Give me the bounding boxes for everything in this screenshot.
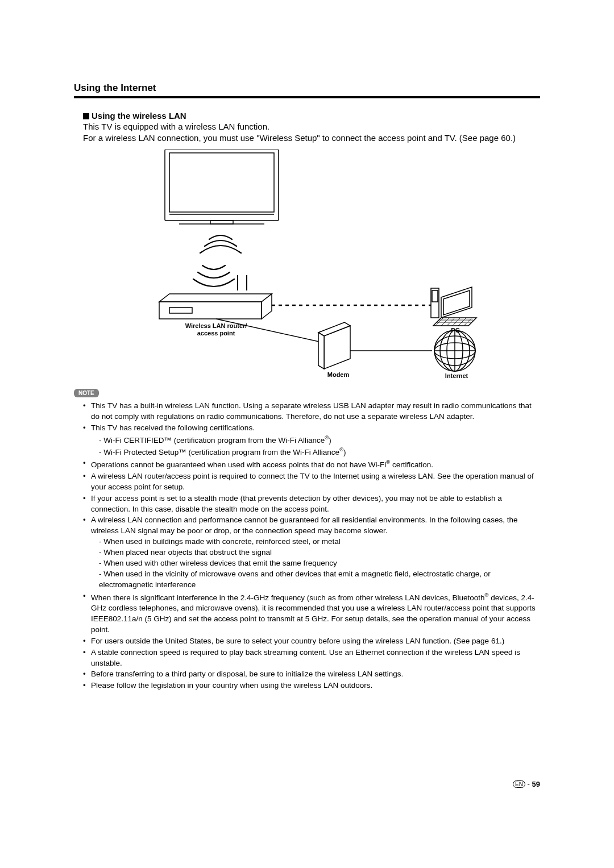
note-item: When there is significant interference i… [83, 591, 540, 636]
svg-rect-9 [169, 308, 192, 313]
note-badge: NOTE [74, 389, 99, 397]
note-item: A stable connection speed is required to… [83, 647, 540, 669]
label-router: Wireless LAN router/access point [176, 322, 256, 337]
svg-rect-1 [165, 149, 279, 221]
subsection-heading-text: Using the wireless LAN [92, 111, 186, 121]
note-text: A wireless LAN connection and performanc… [91, 516, 517, 535]
note-item: This TV has received the following certi… [83, 423, 540, 458]
note-item: A wireless LAN connection and performanc… [83, 515, 540, 590]
section-title: Using the Internet [74, 82, 540, 94]
note-sub: - When used with other wireless devices … [91, 558, 540, 569]
label-modem: Modem [318, 371, 358, 379]
note-item: Operations cannot be guaranteed when use… [83, 458, 540, 470]
note-sub-text: - Wi-Fi CERTIFIED™ (certification progra… [99, 435, 325, 444]
section-rule [74, 96, 540, 98]
note-sub-text: - Wi-Fi Protected Setup™ (certification … [99, 448, 339, 456]
note-item: For users outside the United States, be … [83, 636, 540, 647]
note-item: A wireless LAN router/access point is re… [83, 471, 540, 493]
svg-rect-12 [432, 290, 438, 302]
square-bullet-icon [83, 111, 89, 121]
intro-line-1: This TV is equipped with a wireless LAN … [83, 122, 269, 131]
note-sub: - Wi-Fi Protected Setup™ (certification … [91, 446, 540, 458]
note-item: This TV has a built-in wireless LAN func… [83, 401, 540, 422]
lang-badge: EN [513, 780, 525, 788]
intro-text: This TV is equipped with a wireless LAN … [83, 121, 540, 144]
note-item: If your access point is set to a stealth… [83, 493, 540, 515]
note-text: certification. [390, 460, 433, 469]
note-sub: - When used in the vicinity of microwave… [91, 569, 540, 591]
registered-icon: ® [485, 592, 489, 598]
svg-rect-0 [83, 113, 89, 119]
registered-icon: ® [339, 446, 343, 452]
svg-rect-4 [210, 221, 233, 224]
subsection-heading: Using the wireless LAN [83, 111, 540, 121]
note-text: Operations cannot be guaranteed when use… [91, 460, 386, 469]
page-footer: EN - 59 [513, 780, 540, 788]
page-number: 59 [532, 780, 540, 788]
note-sub: - Wi-Fi CERTIFIED™ (certification progra… [91, 434, 540, 446]
note-sub: - When placed near objects that obstruct… [91, 547, 540, 558]
note-text: This TV has received the following certi… [91, 423, 255, 432]
footer-sep: - [525, 780, 532, 788]
notes-list: This TV has a built-in wireless LAN func… [83, 401, 540, 691]
label-internet: Internet [437, 372, 476, 380]
note-sub: - When used in buildings made with concr… [91, 537, 540, 547]
diagram-svg [125, 149, 489, 377]
label-pc: PC [441, 327, 470, 334]
svg-rect-2 [169, 153, 274, 212]
network-diagram: Wireless LAN router/access point Modem P… [125, 149, 489, 377]
intro-line-2: For a wireless LAN connection, you must … [83, 133, 516, 143]
note-item: Please follow the legislation in your co… [83, 680, 540, 691]
note-item: Before transferring to a third party or … [83, 669, 540, 680]
note-text: When there is significant interference i… [91, 593, 485, 601]
registered-icon: ® [325, 434, 329, 441]
